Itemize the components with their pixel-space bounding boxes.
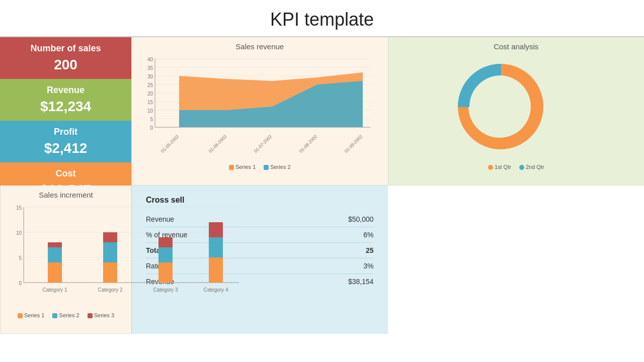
sales-increment-panel: Sales increment 15 10 5 0 (0, 186, 131, 334)
cost-analysis-chart (395, 54, 607, 162)
svg-text:Category 1: Category 1 (43, 287, 67, 293)
kpi-tile-revenue: Revenue $12,234 (0, 79, 131, 121)
svg-text:Category 4: Category 4 (204, 287, 228, 293)
svg-text:01-08-2002: 01-08-2002 (298, 134, 318, 154)
svg-text:40: 40 (147, 57, 153, 62)
svg-text:20: 20 (147, 91, 153, 97)
kpi-revenue-value: $12,234 (40, 99, 91, 115)
svg-rect-37 (48, 262, 62, 283)
sales-revenue-legend: Series 1 Series 2 (139, 164, 381, 170)
cost-analysis-panel: Cost analysis 1st Qtr 2nd Qtr (388, 37, 645, 186)
svg-rect-45 (158, 237, 173, 247)
kpi-revenue-label: Revenue (47, 85, 85, 96)
svg-text:Category 2: Category 2 (98, 287, 123, 293)
svg-text:10: 10 (16, 230, 22, 236)
sales-increment-chart: 15 10 5 0 (8, 202, 249, 310)
svg-text:30: 30 (147, 74, 153, 79)
svg-rect-42 (103, 232, 117, 242)
svg-text:Category 3: Category 3 (153, 287, 178, 293)
legend-inc-s2: Series 2 (59, 312, 79, 318)
svg-text:01-05-2002: 01-05-2002 (160, 134, 180, 154)
svg-text:15: 15 (147, 100, 153, 105)
svg-rect-38 (48, 247, 62, 262)
svg-rect-41 (103, 242, 117, 262)
svg-rect-46 (209, 257, 223, 283)
kpi-tile-sales: Number of sales 200 (0, 37, 131, 79)
svg-text:5: 5 (19, 255, 22, 261)
sales-increment-legend: Series 1 Series 2 Series 3 (8, 312, 124, 318)
kpi-profit-value: $2,412 (44, 140, 88, 156)
cs-val-total: 25 (366, 246, 374, 254)
legend-2nd-qtr: 2nd Qtr (526, 164, 544, 170)
kpi-column: Number of sales 200 Revenue $12,234 Prof… (0, 37, 131, 186)
cs-val-revenue: $50,000 (348, 215, 374, 223)
svg-text:0: 0 (150, 125, 153, 131)
svg-text:25: 25 (147, 82, 153, 88)
svg-rect-44 (158, 247, 173, 262)
svg-text:35: 35 (147, 65, 153, 71)
svg-text:0: 0 (19, 281, 22, 286)
legend-inc-s1: Series 1 (24, 312, 44, 318)
cost-analysis-legend: 1st Qtr 2nd Qtr (395, 164, 637, 170)
svg-rect-48 (209, 222, 223, 237)
legend-inc-s3: Series 3 (94, 312, 114, 318)
page-title: KPI template (0, 0, 644, 36)
legend-series2: Series 2 (270, 164, 290, 170)
svg-text:01-09-2002: 01-09-2002 (344, 134, 364, 154)
sales-increment-title: Sales increment (8, 191, 124, 199)
svg-rect-40 (103, 262, 117, 283)
kpi-sales-value: 200 (54, 57, 77, 73)
sales-revenue-title: Sales revenue (139, 42, 381, 51)
svg-rect-43 (158, 262, 173, 283)
svg-text:10: 10 (147, 108, 153, 114)
dashboard: Number of sales 200 Revenue $12,234 Prof… (0, 36, 644, 334)
cs-val-revenue2: $38,154 (348, 278, 374, 286)
svg-rect-47 (209, 237, 223, 257)
cs-val-pct: 6% (363, 231, 373, 239)
svg-text:01-06-2002: 01-06-2002 (208, 134, 228, 154)
kpi-sales-label: Number of sales (30, 43, 101, 54)
svg-text:5: 5 (150, 117, 153, 122)
kpi-cost-label: Cost (56, 168, 76, 179)
svg-text:01-07-2002: 01-07-2002 (253, 134, 273, 154)
sales-revenue-panel: Sales revenue 40 35 30 25 20 15 10 5 0 (131, 37, 388, 186)
kpi-tile-profit: Profit $2,412 (0, 121, 131, 162)
legend-series1: Series 1 (235, 164, 256, 170)
sales-revenue-chart: 40 35 30 25 20 15 10 5 0 (139, 54, 380, 162)
cost-analysis-title: Cost analysis (395, 42, 637, 51)
kpi-profit-label: Profit (54, 127, 77, 137)
legend-1st-qtr: 1st Qtr (495, 164, 511, 170)
svg-rect-39 (48, 242, 62, 247)
svg-text:15: 15 (16, 205, 22, 211)
cs-val-rate: 3% (363, 262, 373, 270)
